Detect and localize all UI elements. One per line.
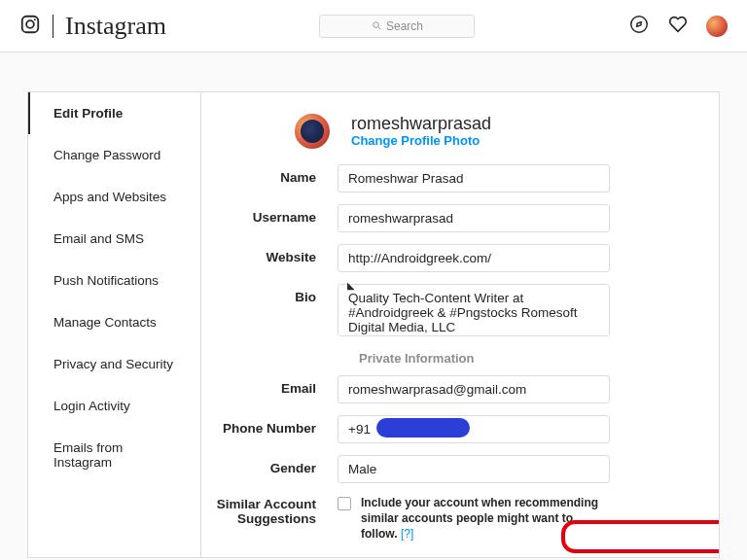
profile-header: romeshwarprasad Change Profile Photo xyxy=(295,114,680,149)
email-input[interactable] xyxy=(338,375,610,403)
search-input[interactable]: Search xyxy=(319,15,475,38)
sidebar-item-change-password[interactable]: Change Password xyxy=(28,134,200,176)
nav-icons xyxy=(628,14,728,38)
instagram-glyph-icon[interactable] xyxy=(19,14,41,38)
settings-content: romeshwarprasad Change Profile Photo Nam… xyxy=(201,92,719,557)
bio-textarea[interactable]: Quality Tech-Content Writer at #Androidg… xyxy=(338,284,610,336)
search-placeholder: Search xyxy=(386,19,423,33)
label-gender: Gender xyxy=(211,455,338,475)
form-actions: Submit Temporarily disable my account xyxy=(359,556,680,557)
gender-input[interactable] xyxy=(338,455,610,483)
svg-point-5 xyxy=(631,17,648,33)
similar-help-link[interactable]: [?] xyxy=(401,527,413,541)
sidebar-item-privacy-security[interactable]: Privacy and Security xyxy=(28,343,200,385)
search-wrap: Search xyxy=(166,15,628,38)
similar-text: Include your account when recommending s… xyxy=(361,495,610,542)
sidebar-item-email-sms[interactable]: Email and SMS xyxy=(28,218,200,260)
settings-sidebar: Edit Profile Change Password Apps and We… xyxy=(28,92,201,557)
phone-redaction xyxy=(378,420,468,436)
disable-account-link[interactable]: Temporarily disable my account xyxy=(513,556,680,557)
logo-divider xyxy=(53,15,53,38)
profile-username: romeshwarprasad xyxy=(351,115,491,134)
sidebar-item-emails-instagram[interactable]: Emails from Instagram xyxy=(28,427,200,483)
change-photo-link[interactable]: Change Profile Photo xyxy=(351,133,491,148)
profile-avatar[interactable] xyxy=(295,114,330,149)
search-icon xyxy=(372,20,382,31)
label-email: Email xyxy=(211,375,338,396)
username-input[interactable] xyxy=(338,204,610,232)
label-phone: Phone Number xyxy=(211,415,338,436)
label-username: Username xyxy=(211,204,338,225)
private-info-header: Private Information xyxy=(359,351,680,366)
label-similar: Similar Account Suggestions xyxy=(211,495,338,526)
svg-point-2 xyxy=(34,18,36,20)
activity-heart-icon[interactable] xyxy=(667,14,689,38)
svg-point-1 xyxy=(26,20,34,28)
label-website: Website xyxy=(211,244,338,264)
caret-icon: ◣ xyxy=(347,280,355,291)
svg-line-4 xyxy=(378,27,380,29)
label-name: Name xyxy=(211,164,338,185)
sidebar-item-manage-contacts[interactable]: Manage Contacts xyxy=(28,301,200,343)
svg-rect-0 xyxy=(22,17,39,33)
label-bio: Bio xyxy=(211,284,338,304)
website-input[interactable] xyxy=(338,244,610,272)
svg-marker-6 xyxy=(637,22,642,27)
sidebar-item-edit-profile[interactable]: Edit Profile xyxy=(28,92,200,134)
brand-wordmark[interactable]: Instagram xyxy=(65,12,166,41)
sidebar-item-apps-websites[interactable]: Apps and Websites xyxy=(28,176,200,218)
explore-icon[interactable] xyxy=(628,14,650,38)
similar-checkbox[interactable] xyxy=(338,497,351,510)
name-input[interactable] xyxy=(338,164,610,192)
svg-point-3 xyxy=(374,22,379,28)
settings-panel: Edit Profile Change Password Apps and We… xyxy=(27,91,720,558)
sidebar-item-login-activity[interactable]: Login Activity xyxy=(28,385,200,427)
top-navbar: Instagram Search xyxy=(0,0,747,52)
logo-group: Instagram xyxy=(19,12,166,41)
profile-avatar-nav[interactable] xyxy=(706,16,728,37)
sidebar-item-push-notifications[interactable]: Push Notifications xyxy=(28,260,200,301)
